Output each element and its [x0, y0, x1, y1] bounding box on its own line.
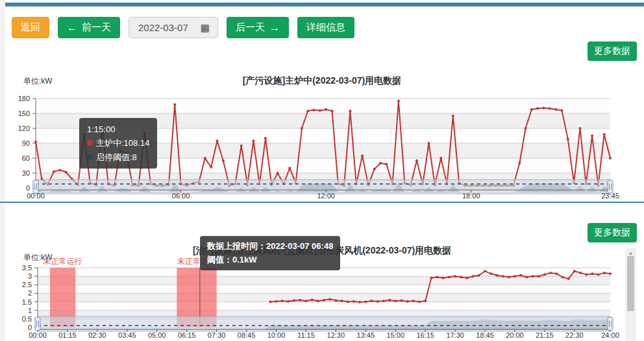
- calendar-icon[interactable]: ▦: [201, 22, 210, 34]
- data-point[interactable]: [361, 154, 364, 157]
- data-point[interactable]: [71, 178, 73, 180]
- next-day-button[interactable]: 后一天 →: [227, 17, 289, 38]
- data-point[interactable]: [403, 182, 406, 184]
- data-point[interactable]: [609, 272, 612, 275]
- data-point[interactable]: [458, 182, 460, 184]
- data-point[interactable]: [470, 184, 473, 187]
- data-point[interactable]: [210, 166, 212, 169]
- data-point[interactable]: [216, 139, 218, 142]
- data-point[interactable]: [543, 274, 546, 276]
- date-input[interactable]: [137, 21, 193, 34]
- data-point[interactable]: [554, 108, 557, 111]
- data-point[interactable]: [484, 270, 486, 272]
- back-button[interactable]: 返回: [12, 17, 49, 38]
- data-point[interactable]: [277, 172, 279, 174]
- data-point[interactable]: [275, 300, 278, 303]
- data-point[interactable]: [478, 274, 480, 277]
- data-point[interactable]: [543, 107, 545, 110]
- data-point[interactable]: [341, 300, 343, 302]
- data-point[interactable]: [424, 300, 427, 302]
- data-point[interactable]: [549, 107, 551, 110]
- data-point[interactable]: [252, 139, 254, 142]
- data-point[interactable]: [603, 133, 606, 135]
- data-point[interactable]: [508, 276, 510, 278]
- data-point[interactable]: [567, 277, 570, 280]
- data-point[interactable]: [180, 183, 182, 185]
- data-point[interactable]: [379, 162, 382, 165]
- data-point[interactable]: [448, 276, 451, 278]
- data-point[interactable]: [167, 183, 170, 186]
- data-point[interactable]: [585, 274, 588, 276]
- data-point[interactable]: [532, 275, 534, 277]
- data-point[interactable]: [281, 300, 284, 302]
- data-point[interactable]: [591, 272, 593, 275]
- data-point[interactable]: [192, 182, 194, 184]
- scrollbar-up-arrow-icon[interactable]: ▲: [625, 248, 636, 256]
- detail-info-button[interactable]: 详细信息: [297, 17, 354, 38]
- data-point[interactable]: [343, 184, 345, 187]
- data-point[interactable]: [464, 184, 466, 187]
- data-point[interactable]: [573, 182, 575, 184]
- data-point[interactable]: [472, 275, 475, 277]
- data-point[interactable]: [428, 142, 430, 145]
- date-picker[interactable]: ▦: [129, 17, 218, 38]
- data-point[interactable]: [270, 183, 273, 186]
- data-point[interactable]: [328, 298, 331, 301]
- data-point[interactable]: [228, 184, 230, 187]
- data-point[interactable]: [397, 100, 400, 102]
- data-point[interactable]: [330, 110, 333, 112]
- data-point[interactable]: [299, 299, 301, 301]
- data-point[interactable]: [287, 300, 290, 303]
- datazoom-handle[interactable]: [608, 318, 613, 331]
- data-point[interactable]: [34, 141, 37, 143]
- data-point[interactable]: [567, 138, 569, 141]
- data-point[interactable]: [434, 183, 436, 186]
- data-point[interactable]: [579, 272, 582, 274]
- data-point[interactable]: [585, 183, 588, 185]
- data-point[interactable]: [388, 299, 391, 301]
- data-point[interactable]: [89, 182, 92, 184]
- data-point[interactable]: [323, 299, 325, 301]
- data-point[interactable]: [495, 274, 498, 277]
- data-point[interactable]: [198, 181, 201, 183]
- data-point[interactable]: [494, 184, 497, 187]
- data-point[interactable]: [418, 301, 421, 303]
- data-point[interactable]: [394, 300, 397, 302]
- data-point[interactable]: [293, 299, 295, 301]
- data-point[interactable]: [454, 275, 456, 277]
- data-point[interactable]: [131, 183, 134, 186]
- data-point[interactable]: [155, 184, 158, 187]
- datazoom-slider-track[interactable]: [36, 180, 610, 194]
- data-point[interactable]: [162, 184, 164, 187]
- data-point[interactable]: [466, 277, 469, 279]
- data-point[interactable]: [53, 170, 55, 173]
- data-point[interactable]: [295, 182, 297, 184]
- data-point[interactable]: [442, 277, 445, 279]
- data-point[interactable]: [500, 184, 502, 187]
- data-point[interactable]: [367, 183, 369, 186]
- data-point[interactable]: [519, 274, 522, 277]
- data-point[interactable]: [301, 127, 303, 130]
- data-point[interactable]: [562, 276, 564, 278]
- data-point[interactable]: [173, 103, 176, 106]
- data-point[interactable]: [77, 183, 79, 186]
- more-data-button-chart2[interactable]: 更多数据: [588, 223, 637, 242]
- data-point[interactable]: [334, 299, 337, 301]
- data-point[interactable]: [445, 183, 448, 185]
- data-point[interactable]: [353, 300, 355, 303]
- data-point[interactable]: [355, 183, 358, 185]
- data-point[interactable]: [234, 183, 236, 185]
- data-point[interactable]: [555, 272, 558, 275]
- data-point[interactable]: [538, 275, 540, 277]
- data-point[interactable]: [269, 301, 271, 303]
- data-point[interactable]: [137, 184, 140, 187]
- data-point[interactable]: [317, 300, 319, 302]
- data-point[interactable]: [460, 276, 462, 278]
- data-point[interactable]: [382, 300, 385, 302]
- data-point[interactable]: [222, 159, 225, 162]
- data-point[interactable]: [421, 183, 424, 185]
- datazoom-handle[interactable]: [35, 318, 40, 331]
- data-point[interactable]: [319, 109, 321, 112]
- data-point[interactable]: [371, 300, 373, 302]
- data-point[interactable]: [436, 276, 439, 278]
